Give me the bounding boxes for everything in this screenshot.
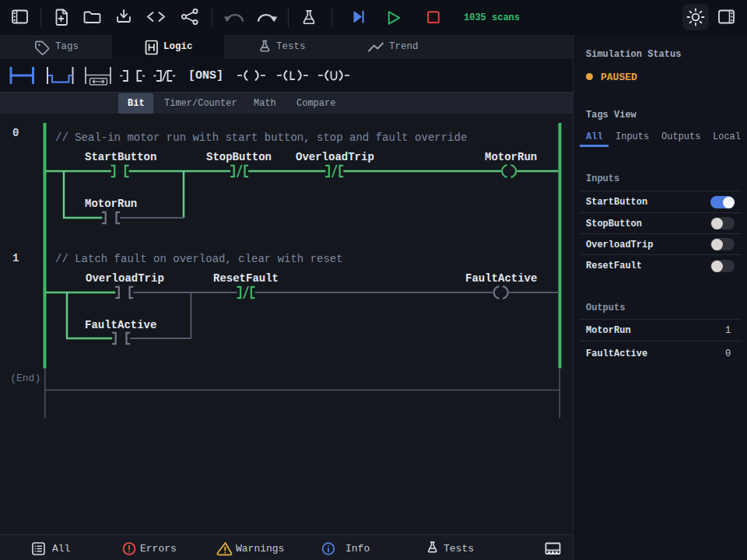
- svg-text:FaultActive: FaultActive: [85, 319, 156, 331]
- svg-text:OverloadTrip: OverloadTrip: [296, 151, 374, 163]
- svg-text:FaultActive: FaultActive: [465, 272, 537, 285]
- svg-text:// Latch fault on overload, cl: // Latch fault on overload, clear with r…: [55, 253, 343, 265]
- svg-text:0: 0: [12, 127, 19, 139]
- svg-text:OverloadTrip: OverloadTrip: [86, 272, 164, 285]
- svg-text:MotorRun: MotorRun: [85, 198, 137, 210]
- svg-text:ResetFault: ResetFault: [213, 272, 279, 285]
- svg-text:StopButton: StopButton: [206, 151, 272, 163]
- svg-text:(End): (End): [10, 373, 40, 384]
- svg-text:1: 1: [12, 252, 19, 264]
- svg-text:// Seal-in motor run with star: // Seal-in motor run with start button, …: [55, 131, 467, 144]
- svg-text:StartButton: StartButton: [85, 151, 156, 163]
- svg-text:MotorRun: MotorRun: [485, 151, 537, 163]
